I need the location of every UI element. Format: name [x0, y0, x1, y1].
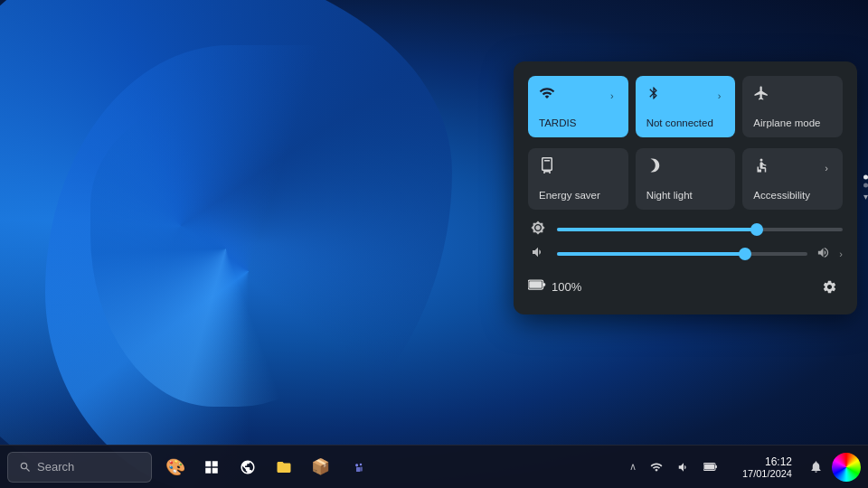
svg-rect-3: [543, 283, 546, 286]
taskbar-app-edge[interactable]: [231, 451, 264, 483]
wifi-chevron[interactable]: ›: [607, 89, 618, 103]
taskbar-app-windows[interactable]: [195, 451, 228, 483]
taskbar-app-icons: 🎨 📦: [159, 451, 373, 483]
taskbar: Search 🎨 📦: [0, 445, 868, 488]
taskbar-search[interactable]: Search: [7, 452, 152, 483]
battery-icon: [528, 278, 546, 295]
volume-slider-row: ›: [528, 245, 843, 262]
clock-date: 17/01/2024: [742, 468, 792, 479]
energy-label: Energy saver: [539, 190, 618, 201]
search-icon: [19, 461, 32, 474]
svg-point-0: [760, 159, 763, 162]
scroll-down-arrow[interactable]: ▾: [863, 192, 868, 202]
scroll-dot-1: [863, 175, 868, 180]
taskbar-app-paint[interactable]: 🎨: [159, 451, 192, 483]
taskbar-app-teams[interactable]: [340, 451, 373, 483]
notification-bell-icon[interactable]: [803, 455, 828, 480]
qs-tile-nightlight[interactable]: Night light: [636, 148, 736, 210]
volume-chevron[interactable]: ›: [839, 249, 843, 259]
volume-tray-icon[interactable]: [671, 455, 696, 480]
taskbar-right: ∧ 16:12 17/01/2024: [626, 453, 861, 482]
volume-end-icon: [816, 246, 830, 262]
scroll-dot-2: [863, 183, 868, 188]
svg-rect-2: [529, 281, 542, 288]
search-placeholder: Search: [37, 460, 74, 474]
qs-tile-accessibility[interactable]: › Accessibility: [742, 148, 843, 210]
qs-tile-airplane[interactable]: Airplane mode: [742, 76, 843, 137]
airplane-icon: [753, 85, 769, 106]
scroll-indicator: ▾: [863, 175, 868, 202]
qs-grid-row2: Energy saver Night light: [528, 148, 843, 210]
bluetooth-icon: [646, 85, 661, 106]
svg-point-4: [360, 463, 363, 465]
airplane-label: Airplane mode: [753, 117, 832, 128]
accessibility-icon: [753, 157, 769, 178]
wifi-icon: [539, 85, 555, 106]
brightness-icon: [528, 221, 548, 238]
settings-button[interactable]: [816, 273, 843, 300]
qs-tile-energy[interactable]: Energy saver: [528, 148, 628, 210]
volume-slider[interactable]: [557, 252, 807, 256]
svg-rect-7: [715, 465, 717, 468]
quick-settings-panel: › TARDIS › Not connected: [514, 61, 857, 314]
accessibility-chevron[interactable]: ›: [821, 161, 832, 175]
battery-display: 100%: [528, 278, 581, 295]
taskbar-app-store[interactable]: 📦: [304, 451, 336, 483]
widgets-icon[interactable]: [832, 453, 861, 482]
qs-grid-row1: › TARDIS › Not connected: [528, 76, 843, 137]
sys-tray-expand[interactable]: ∧: [626, 457, 640, 476]
brightness-slider[interactable]: [557, 228, 843, 231]
qs-bottom-row: 100%: [528, 269, 843, 300]
accessibility-label: Accessibility: [753, 190, 832, 201]
sys-tray-icons: [644, 455, 723, 480]
wifi-tray-icon[interactable]: [644, 455, 669, 480]
volume-icon: [528, 245, 548, 262]
battery-percent: 100%: [552, 280, 581, 294]
nightlight-label: Night light: [646, 190, 725, 201]
brightness-slider-row: [528, 221, 843, 238]
battery-tray-icon[interactable]: [698, 455, 723, 480]
energy-icon: [539, 157, 555, 178]
clock-display[interactable]: 16:12 17/01/2024: [727, 454, 799, 481]
qs-tile-bluetooth[interactable]: › Not connected: [636, 76, 736, 137]
wifi-label: TARDIS: [539, 117, 618, 128]
bluetooth-label: Not connected: [646, 117, 725, 128]
nightlight-icon: [646, 157, 663, 178]
qs-tile-wifi[interactable]: › TARDIS: [528, 76, 628, 137]
taskbar-app-explorer[interactable]: [268, 451, 300, 483]
bluetooth-chevron[interactable]: ›: [714, 89, 725, 103]
svg-rect-6: [704, 465, 714, 470]
clock-time: 16:12: [765, 455, 792, 468]
